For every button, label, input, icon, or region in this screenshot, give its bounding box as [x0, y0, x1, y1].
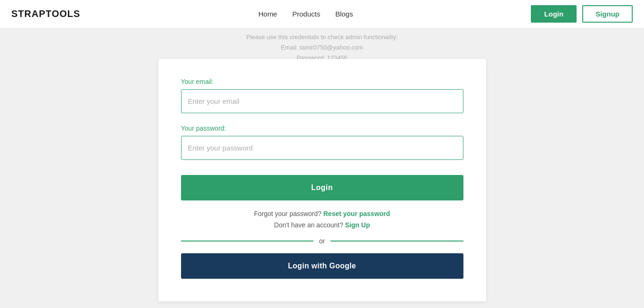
nav-home[interactable]: Home [258, 10, 277, 18]
email-label: Your email: [181, 78, 463, 85]
divider-or: or [319, 237, 325, 245]
divider-row: or [181, 237, 463, 245]
no-account-text: Don't have an account? [274, 221, 343, 229]
divider-line-left [181, 241, 314, 241]
signup-row: Don't have an account? Sign Up [181, 221, 463, 229]
admin-info-line1: Please use this credentials to check adm… [246, 32, 398, 42]
password-input[interactable] [181, 136, 463, 160]
google-login-button[interactable]: Login with Google [181, 253, 463, 279]
admin-info: Please use this credentials to check adm… [246, 28, 398, 63]
login-card: Your email: Your password: Login Forgot … [158, 59, 486, 301]
email-input[interactable] [181, 89, 463, 113]
forgot-text: Forgot your password? [254, 210, 322, 217]
login-button[interactable]: Login [181, 175, 463, 200]
divider-line-right [330, 241, 463, 241]
reset-password-link[interactable]: Reset your password [323, 210, 390, 217]
admin-info-line2: Email: tamir0750@yahoo.com [246, 42, 398, 53]
password-group: Your password: [181, 125, 463, 160]
forgot-password-row: Forgot your password? Reset your passwor… [181, 210, 463, 217]
signup-link[interactable]: Sign Up [345, 221, 370, 229]
nav-products[interactable]: Products [292, 10, 320, 18]
nav-links: Home Products Blogs [258, 10, 353, 18]
brand-logo: STRAPTOOLS [11, 8, 80, 19]
password-label: Your password: [181, 125, 463, 132]
navbar-signup-button[interactable]: Signup [582, 5, 633, 23]
navbar-auth: Login Signup [531, 5, 633, 23]
navbar-login-button[interactable]: Login [531, 5, 577, 23]
navbar: STRAPTOOLS Home Products Blogs Login Sig… [0, 0, 644, 28]
nav-blogs[interactable]: Blogs [335, 10, 353, 18]
email-group: Your email: [181, 78, 463, 113]
content-area: Please use this credentials to check adm… [0, 28, 644, 308]
